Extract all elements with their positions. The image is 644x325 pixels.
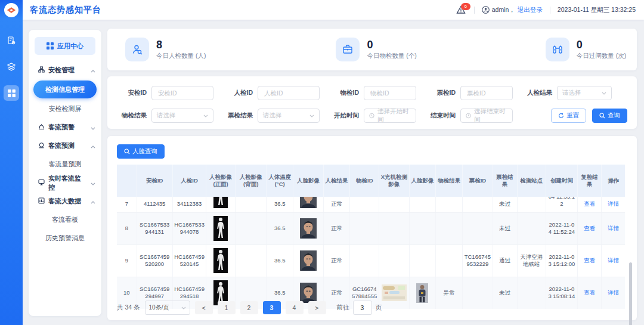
action-link[interactable]: 查看 [584, 289, 595, 296]
action-link[interactable]: 查看 [584, 257, 595, 264]
table-cell [463, 212, 493, 244]
face-search-button[interactable]: 人脸查询 [117, 144, 165, 159]
filter-label: 物检结果 [117, 112, 147, 120]
sidebar-item-客流量预测[interactable]: 客流量预测 [29, 155, 101, 174]
column-header: 物检ID [350, 165, 379, 197]
body-scan-image [213, 197, 228, 208]
clock-icon [369, 113, 374, 119]
action-link[interactable]: 详情 [608, 257, 619, 264]
table-card: 人脸查询 安检ID人检ID人检影像(正面)人检影像(背面)人体温度(°C)人脸影… [107, 136, 637, 320]
page-button-4[interactable]: 4 [286, 301, 304, 314]
action-link[interactable]: 详情 [608, 200, 619, 207]
renjian-result-select[interactable]: 请选择 [557, 86, 612, 100]
filter-label: 结束时间 [426, 112, 456, 120]
sidebar-item-历史预警消息[interactable]: 历史预警消息 [29, 229, 101, 247]
body-scan-image [213, 216, 228, 241]
table-cell: 通过 [493, 244, 517, 277]
alarm-icon [38, 123, 45, 131]
action-link[interactable]: 详情 [608, 289, 619, 296]
stat-person-checks: 8 今日人检数量 (人) [125, 38, 206, 61]
apps-icon[interactable] [4, 85, 19, 101]
briefcase-icon [336, 38, 360, 61]
chevron-up-icon [91, 198, 95, 205]
table-cell: 8 [117, 212, 137, 244]
sidebar-group-客流大数据[interactable]: 客流大数据 [29, 192, 101, 211]
face-photo-cell [293, 212, 324, 244]
sidebar-app-center[interactable]: 应用中心 [35, 37, 95, 55]
sidebar: 应用中心 安检管理检测信息管理安检检测屏客流预警客流预测客流量预测实时客流监控客… [29, 30, 101, 316]
column-header: 人检ID [172, 165, 206, 197]
refresh-icon [558, 113, 564, 119]
user-menu[interactable]: admin， 退出登录 [482, 6, 543, 14]
table-body-viewport[interactable]: 741124353411238336.5正常未过04 11:55:12查看详情8… [117, 197, 625, 309]
reset-button[interactable]: 重置 [551, 109, 586, 123]
renjian-id-input[interactable] [263, 89, 314, 97]
chevron-down-icon [91, 179, 95, 187]
action-link[interactable]: 查看 [584, 200, 595, 207]
divider [474, 7, 475, 14]
grid-icon [47, 42, 54, 49]
sidebar-group-安检管理[interactable]: 安检管理 [29, 61, 101, 79]
layers-icon[interactable] [4, 59, 19, 75]
table-cell: 正常 [323, 244, 350, 277]
sidebar-group-客流预测[interactable]: 客流预测 [29, 137, 101, 155]
filter-row-2: 物检结果 请选择 票检结果 请选择 开始时间 选择开始时间 结束时间 [117, 100, 627, 123]
filter-label: 开始时间 [329, 112, 359, 120]
table-cell: 未过 [493, 197, 517, 212]
action-link[interactable]: 查看 [584, 225, 595, 231]
search-button[interactable]: 查询 [592, 109, 627, 123]
divider [550, 7, 550, 14]
start-time-picker[interactable]: 选择开始时间 [364, 109, 416, 123]
logout-link[interactable]: 退出登录 [518, 6, 543, 14]
action-cell: 查看 [577, 244, 602, 277]
chevron-up-icon [91, 67, 95, 74]
anjian-id-input[interactable] [157, 89, 208, 97]
column-header: 人脸影像 [293, 165, 324, 197]
column-header: 操作 [602, 165, 625, 197]
wujian-id-input[interactable] [369, 89, 411, 97]
stats-card: 8 今日人检数量 (人) 0 今日物检数量 (个) 0 今日过闸数量 (次) [107, 29, 637, 70]
end-time-picker[interactable]: 选择结束时间 [460, 109, 513, 123]
doc-gear-icon[interactable] [4, 33, 19, 48]
page-button-2[interactable]: 2 [240, 301, 258, 314]
wujian-result-select[interactable]: 请选择 [151, 109, 213, 123]
table-cell: 2022-11-04 11:52:24 [546, 212, 578, 244]
table-cell [436, 197, 463, 212]
piaojian-id-input[interactable] [466, 89, 507, 97]
sidebar-item-检测信息管理[interactable]: 检测信息管理 [33, 81, 97, 98]
alarm-icon[interactable]: 6 [456, 5, 467, 15]
table-cell: TC1667459532229 [463, 244, 493, 277]
action-link[interactable]: 详情 [608, 225, 619, 231]
stat-item-checks: 0 今日物检数量 (个) [336, 38, 416, 61]
stat-gate-passes: 0 今日过闸数量 (次) [546, 38, 626, 61]
user-icon [482, 6, 490, 14]
sidebar-item-客流看板[interactable]: 客流看板 [29, 211, 101, 229]
next-page-button[interactable]: > [308, 301, 326, 314]
column-header: 安检ID [137, 165, 172, 197]
topbar-right: 6 admin， 退出登录 2023-01-11 星期三 13:32:25 [456, 5, 644, 15]
piaojian-result-select[interactable]: 请选择 [258, 109, 320, 123]
vertical-scrollbar[interactable] [629, 262, 632, 325]
page-button-1[interactable]: 1 [218, 301, 236, 314]
stat-label: 今日过闸数量 (次) [577, 52, 626, 60]
goto-page-input[interactable] [353, 301, 372, 315]
table-cell [379, 244, 410, 277]
prev-page-button[interactable]: < [195, 301, 213, 314]
column-header [117, 165, 137, 197]
filter-label: 安检ID [117, 89, 147, 97]
sidebar-item-安检检测屏[interactable]: 安检检测屏 [29, 100, 101, 118]
table-cell [436, 212, 463, 244]
page-button-3-active[interactable]: 3 [263, 301, 281, 314]
table-cell [350, 197, 379, 212]
stat-value: 0 [577, 39, 626, 51]
sidebar-group-客流预警[interactable]: 客流预警 [29, 118, 101, 137]
chevron-down-icon [602, 92, 606, 95]
page-size-select[interactable]: 10条/页 [145, 301, 190, 315]
table-cell: 4112435 [137, 197, 172, 212]
table-cell [379, 212, 410, 244]
table-header: 安检ID人检ID人检影像(正面)人检影像(背面)人体温度(°C)人脸影像人检结果… [117, 165, 625, 197]
filter-row-1: 安检ID 人检ID 物检ID 票检ID 人检结果 请选择 [117, 76, 627, 100]
company-logo [4, 3, 18, 17]
username: admin， [492, 6, 515, 14]
sidebar-group-实时客流监控[interactable]: 实时客流监控 [29, 174, 101, 192]
